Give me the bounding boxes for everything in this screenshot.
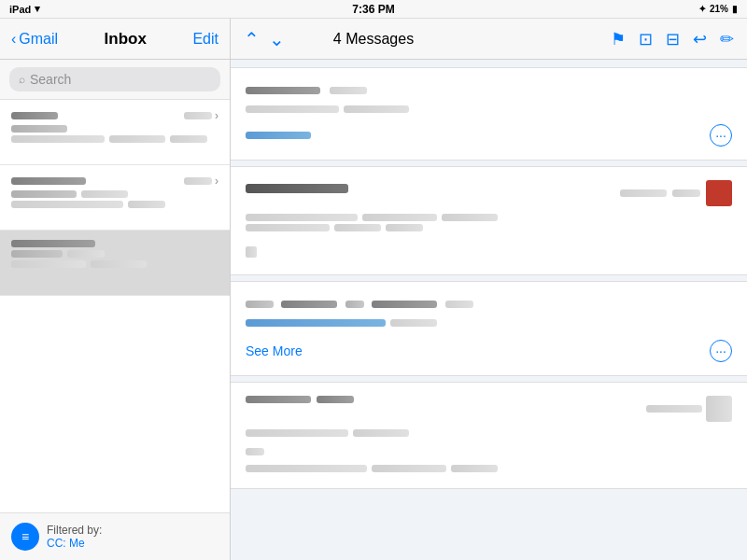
thread-sender-name bbox=[246, 184, 348, 193]
thread-sender-block bbox=[246, 81, 367, 98]
email-list: › › bbox=[0, 100, 230, 512]
red-attachment-icon bbox=[706, 180, 732, 206]
thread-preview-long3 bbox=[451, 465, 498, 472]
edit-button[interactable]: Edit bbox=[192, 31, 218, 48]
back-chevron-icon: ‹ bbox=[11, 31, 16, 48]
chevron-right-icon: › bbox=[215, 175, 218, 188]
sender-name bbox=[11, 240, 95, 247]
thread-right-meta bbox=[620, 180, 732, 206]
back-button[interactable]: ‹ Gmail bbox=[11, 31, 58, 48]
thread-preview-long bbox=[246, 465, 367, 472]
email-subject-2 bbox=[81, 190, 128, 198]
status-left: iPad ▾ bbox=[9, 3, 40, 15]
thread-link-blue bbox=[246, 319, 386, 327]
thread-card[interactable]: ··· bbox=[231, 67, 747, 161]
sender-name bbox=[11, 177, 86, 185]
filter-icon[interactable]: ≡ bbox=[11, 523, 39, 551]
down-arrow-button[interactable]: ⌄ bbox=[269, 28, 285, 50]
back-label: Gmail bbox=[19, 31, 58, 48]
thread-time bbox=[620, 189, 667, 197]
email-preview bbox=[11, 135, 105, 143]
email-subject-2 bbox=[67, 250, 105, 258]
thread-sender-block bbox=[246, 180, 348, 197]
email-item-top bbox=[11, 240, 218, 247]
nav-arrows: ⌃ ⌄ bbox=[244, 28, 285, 50]
thread-preview-2 bbox=[362, 214, 437, 221]
status-time: 7:36 PM bbox=[352, 3, 394, 16]
thread-mini-icon2 bbox=[246, 448, 264, 455]
thread-bullet bbox=[246, 301, 274, 308]
up-arrow-button[interactable]: ⌃ bbox=[244, 28, 260, 50]
thread-via bbox=[445, 301, 473, 308]
search-input[interactable]: ⌕ Search bbox=[9, 67, 220, 91]
thread-preview-1 bbox=[246, 214, 358, 221]
filter-value[interactable]: CC: Me bbox=[47, 537, 102, 550]
thread-preview-1 bbox=[246, 429, 348, 437]
email-preview-2 bbox=[128, 201, 165, 208]
thread-meta-1 bbox=[330, 87, 367, 94]
filter-symbol: ≡ bbox=[21, 529, 29, 544]
main-content: ⌃ ⌄ 4 Messages ⚑ ⊡ ⊟ ↩ ✏ bbox=[231, 19, 747, 560]
thread-preview-4 bbox=[246, 224, 330, 231]
list-item[interactable]: › bbox=[0, 100, 230, 165]
email-preview-2 bbox=[91, 260, 147, 268]
see-more-button[interactable]: See More bbox=[246, 343, 303, 358]
thread-sender-name2 bbox=[372, 301, 437, 308]
thread-preview-5 bbox=[334, 224, 381, 231]
reply-icon[interactable]: ↩ bbox=[693, 29, 707, 49]
email-item-top: › bbox=[11, 175, 218, 188]
email-preview bbox=[11, 201, 123, 208]
email-subject bbox=[11, 250, 63, 258]
thread-sender-block bbox=[246, 295, 473, 312]
compose-icon[interactable]: ✏ bbox=[720, 29, 734, 49]
nav-actions: ⚑ ⊡ ⊟ ↩ ✏ bbox=[611, 29, 734, 49]
battery-text: 21% bbox=[710, 4, 728, 14]
thread-header bbox=[246, 180, 732, 206]
email-item-top: › bbox=[11, 109, 218, 122]
email-preview-2 bbox=[109, 135, 165, 143]
thread-right-meta bbox=[646, 396, 732, 422]
folder-icon[interactable]: ⊡ bbox=[639, 29, 653, 49]
list-item[interactable]: › bbox=[0, 165, 230, 231]
thread-card[interactable] bbox=[231, 382, 747, 489]
thread-meta-extra bbox=[672, 189, 700, 197]
filter-label: Filtered by: bbox=[47, 524, 102, 537]
thread-mini-icon bbox=[246, 246, 257, 258]
thread-more-button[interactable]: ··· bbox=[710, 340, 732, 362]
thread-sender-name2 bbox=[317, 396, 354, 403]
app-container: ‹ Gmail Inbox Edit ⌕ Search › bbox=[0, 19, 747, 560]
battery-icon: ▮ bbox=[732, 4, 738, 14]
thread-body-extra bbox=[390, 319, 437, 327]
sender-name bbox=[11, 112, 58, 119]
thread-header bbox=[246, 81, 732, 98]
carrier-text: iPad bbox=[9, 4, 31, 15]
list-item[interactable] bbox=[0, 231, 230, 296]
inbox-title: Inbox bbox=[105, 30, 147, 49]
thread-body-1 bbox=[246, 105, 339, 113]
sidebar: ‹ Gmail Inbox Edit ⌕ Search › bbox=[0, 19, 231, 560]
timestamp bbox=[184, 177, 212, 185]
thread-card[interactable] bbox=[231, 166, 747, 275]
messages-count-title: 4 Messages bbox=[333, 31, 414, 48]
main-nav: ⌃ ⌄ 4 Messages ⚑ ⊡ ⊟ ↩ ✏ bbox=[231, 19, 747, 60]
filter-info: Filtered by: CC: Me bbox=[47, 524, 102, 550]
thread-date bbox=[646, 405, 702, 413]
thread-more-button[interactable]: ··· bbox=[710, 124, 732, 147]
status-right: ✦ 21% ▮ bbox=[698, 4, 738, 14]
email-threads: ··· bbox=[231, 60, 747, 560]
search-bar-container: ⌕ Search bbox=[0, 60, 230, 100]
thread-card[interactable]: See More ··· bbox=[231, 281, 747, 376]
sidebar-footer: ≡ Filtered by: CC: Me bbox=[0, 512, 230, 560]
timestamp bbox=[184, 112, 212, 119]
thread-avatar bbox=[706, 396, 732, 422]
thread-tag-blue bbox=[246, 132, 311, 139]
chevron-right-icon: › bbox=[215, 109, 218, 122]
thread-sender-name bbox=[246, 396, 311, 403]
flag-icon[interactable]: ⚑ bbox=[611, 29, 626, 49]
thread-sender-name bbox=[281, 301, 337, 308]
archive-icon[interactable]: ⊟ bbox=[666, 29, 680, 49]
email-subject bbox=[11, 125, 67, 133]
thread-sender-block bbox=[246, 396, 354, 403]
thread-preview-3 bbox=[442, 214, 498, 221]
thread-sender bbox=[246, 87, 320, 94]
